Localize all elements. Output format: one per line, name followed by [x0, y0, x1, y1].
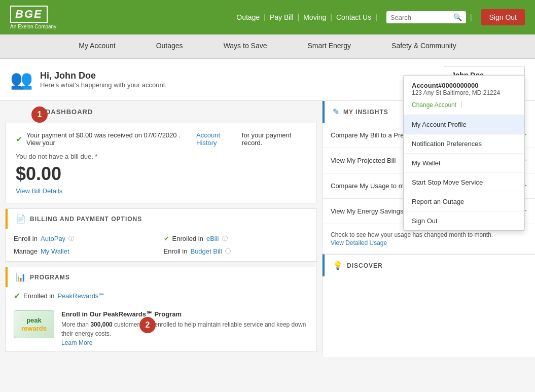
budget-bill-link[interactable]: Budget Bill [190, 247, 222, 255]
greeting-left: 👥 Hi, John Doe Here's what's happening w… [10, 69, 167, 90]
bill-section: ✔ Your payment of $0.00 was received on … [5, 123, 317, 203]
dropdown-item-wallet[interactable]: My Wallet [404, 154, 524, 173]
change-account-link[interactable]: Change Account [412, 101, 456, 109]
budget-bill-item: Enroll in Budget Bill ⓘ [164, 247, 309, 255]
dropdown-address: 123 Any St Baltimore, MD 21224 [412, 89, 516, 96]
programs-icon: 📊 [16, 272, 26, 282]
peak-rewards-enrolled-link[interactable]: PeakRewards℠ [57, 292, 105, 300]
insights-label-1: View My Projected Bill [331, 157, 396, 164]
autopay-link[interactable]: AutoPay [41, 235, 65, 242]
billing-grid: Enroll in AutoPay ⓘ ✔ Enrolled in eBill … [14, 235, 308, 255]
discover-title: DISCOVER [347, 262, 383, 269]
site-header: BGE An Exelon Company Outage | Pay Bill … [0, 0, 535, 34]
programs-card-title: PROGRAMS [30, 274, 70, 281]
avatar-icon: 👥 [10, 69, 33, 90]
dropdown-item-sign-out[interactable]: Sign Out [404, 211, 524, 230]
greeting-sub: Here's what's happening with your accoun… [40, 81, 167, 89]
dropdown-item-notifications[interactable]: Notification Preferences [404, 134, 524, 154]
billing-card-body: Enroll in AutoPay ⓘ ✔ Enrolled in eBill … [6, 229, 316, 261]
insights-icon: ✎ [333, 107, 339, 117]
ebill-item: ✔ Enrolled in eBill ⓘ [164, 235, 309, 242]
account-dropdown-menu: Account#0000000000 123 Any St Baltimore,… [403, 75, 525, 231]
usage-text: Check to see how your usage has changed … [331, 231, 493, 238]
payment-notice: ✔ Your payment of $0.00 was received on … [16, 131, 306, 147]
discover-icon: 💡 [333, 261, 343, 270]
learn-more-link[interactable]: Learn More [61, 339, 92, 346]
dropdown-header: Account#0000000000 123 Any St Baltimore,… [404, 76, 524, 115]
outage-link[interactable]: Outage [236, 13, 260, 21]
main-nav: My Account Outages Ways to Save Smart En… [0, 34, 535, 59]
logo-sub: An Exelon Company [10, 24, 57, 29]
search-icon-button[interactable]: 🔍 [453, 13, 462, 21]
peak-promo-title: Enroll in Our PeakRewards℠ Program [61, 310, 308, 318]
contact-us-link[interactable]: Contact Us [336, 13, 371, 21]
pay-bill-link[interactable]: Pay Bill [270, 13, 294, 21]
my-wallet-link[interactable]: My Wallet [41, 247, 69, 255]
account-history-link[interactable]: Account History [196, 131, 238, 147]
billing-card-header: 📄 BILLING AND PAYMENT OPTIONS [6, 209, 316, 229]
dropdown-account-number: Account#0000000000 [412, 82, 516, 89]
autopay-item: Enroll in AutoPay ⓘ [14, 235, 159, 242]
dropdown-item-report-outage[interactable]: Report an Outage [404, 192, 524, 211]
header-nav: Outage | Pay Bill | Moving | Contact Us … [236, 9, 525, 25]
peak-logo: peakrewards [14, 310, 54, 338]
dashboard-header: 1 MY DASHBOARD [0, 101, 322, 123]
nav-smart-energy[interactable]: Smart Energy [287, 34, 371, 58]
dropdown-item-start-stop[interactable]: Start Stop Move Service [404, 173, 524, 192]
enrolled-check-icon: ✔ [14, 291, 20, 301]
left-column: 1 MY DASHBOARD ✔ Your payment of $0.00 w… [0, 101, 322, 357]
nav-my-account[interactable]: My Account [58, 34, 135, 58]
insights-title: MY INSIGHTS [343, 109, 388, 116]
tutorial-badge-2: 2 [139, 317, 156, 333]
ebill-check-icon: ✔ [164, 235, 169, 242]
insights-label-3: View My Energy Savings [331, 207, 404, 215]
programs-card-header: 📊 PROGRAMS [6, 267, 316, 287]
check-icon: ✔ [16, 134, 22, 144]
bill-amount: $0.00 [16, 163, 306, 185]
view-detailed-usage-link[interactable]: View Detailed Usage [331, 239, 527, 246]
no-bill-text: You do not have a bill due. * [16, 153, 306, 160]
peak-promo-body: More than 300,000 customers are enrolled… [61, 320, 308, 338]
discover-header: 💡 DISCOVER [323, 254, 535, 276]
tutorial-badge-1: 1 [31, 106, 48, 123]
billing-card-title: BILLING AND PAYMENT OPTIONS [30, 216, 142, 223]
nav-safety-community[interactable]: Safety & Community [371, 34, 477, 58]
view-bill-link[interactable]: View Bill Details [16, 187, 62, 195]
nav-ways-to-save[interactable]: Ways to Save [203, 34, 288, 58]
peak-rewards-promo: peakrewards Enroll in Our PeakRewards℠ P… [6, 305, 316, 351]
billing-icon: 📄 [16, 214, 26, 224]
nav-outages[interactable]: Outages [136, 34, 203, 58]
payment-record-text: for your payment record. [242, 131, 306, 147]
logo-area: BGE An Exelon Company [10, 6, 57, 29]
greeting-name: Hi, John Doe [40, 70, 167, 81]
sign-out-button[interactable]: Sign Out [481, 9, 525, 25]
search-input[interactable] [390, 14, 451, 21]
enrolled-line: ✔ Enrolled in PeakRewards℠ [6, 287, 316, 305]
ebill-link[interactable]: eBill [206, 235, 219, 242]
logo-text: BGE [15, 8, 43, 20]
moving-link[interactable]: Moving [303, 13, 326, 21]
programs-card: 📊 PROGRAMS ✔ Enrolled in PeakRewards℠ pe… [5, 267, 317, 352]
search-box[interactable]: 🔍 [386, 11, 466, 23]
peak-text: Enroll in Our PeakRewards℠ Program More … [61, 310, 308, 346]
greeting-text: Hi, John Doe Here's what's happening wit… [40, 70, 167, 89]
payment-text: Your payment of $0.00 was received on 07… [26, 131, 192, 147]
dropdown-item-profile[interactable]: My Account Profile [404, 115, 524, 134]
billing-options-card: 📄 BILLING AND PAYMENT OPTIONS Enroll in … [5, 208, 317, 262]
wallet-item: Manage My Wallet [14, 247, 159, 255]
